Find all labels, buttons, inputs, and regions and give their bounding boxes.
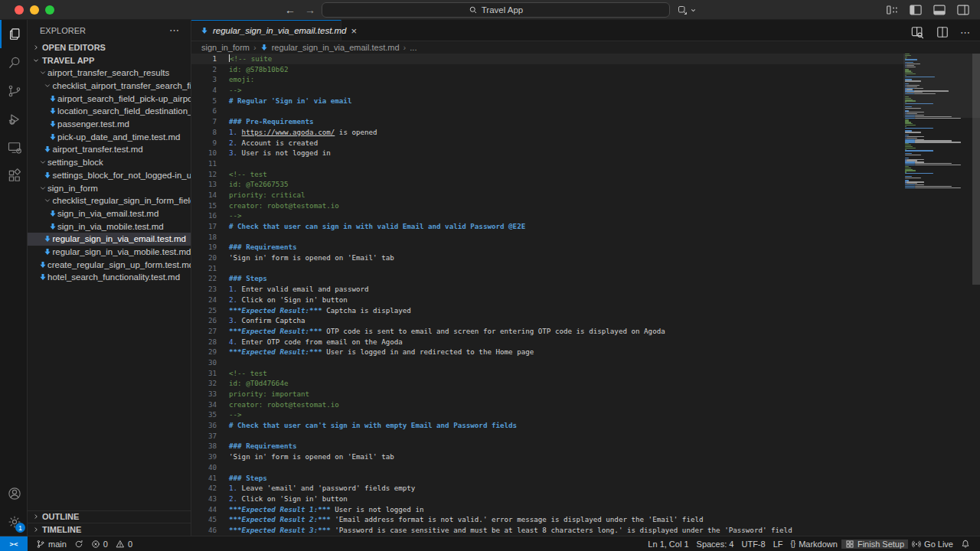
line-content: 'Sign in' form is opened on 'Email' tab xyxy=(229,452,394,462)
activity-accounts[interactable] xyxy=(0,479,28,507)
code-token: --> xyxy=(229,211,242,220)
toggle-primary-sidebar-icon[interactable] xyxy=(908,2,923,18)
breadcrumb: sign_in_form›regular_sign_in_via_email.t… xyxy=(191,41,980,54)
line-number: 1 xyxy=(191,54,217,64)
tree-item[interactable]: passenger.test.md xyxy=(28,118,191,131)
code-line: 14priority: critical xyxy=(191,190,905,201)
tab-regular-sign-in-via-email[interactable]: regular_sign_in_via_email.test.md × xyxy=(191,20,341,41)
status-branch-label: main xyxy=(48,540,67,549)
status-indentation[interactable]: Spaces: 4 xyxy=(693,540,738,549)
tree-item[interactable]: checklist_airport_transfer_search_fie... xyxy=(28,80,191,93)
toggle-secondary-sidebar-icon[interactable] xyxy=(956,2,971,18)
activity-run-debug[interactable] xyxy=(0,105,28,133)
minimize-window-button[interactable] xyxy=(30,5,39,15)
minimap-token xyxy=(905,132,921,132)
source-control-icon xyxy=(7,83,22,99)
activity-remote-explorer[interactable] xyxy=(0,133,28,161)
breadcrumb-item[interactable]: regular_sign_in_via_email.test.md xyxy=(272,43,400,52)
settings-badge: 1 xyxy=(15,523,25,533)
more-actions-icon[interactable]: ⋯ xyxy=(960,25,971,39)
tree-item[interactable]: checklist_regular_sign_in_form_field... xyxy=(28,194,191,207)
status-language-mode[interactable]: {}Markdown xyxy=(786,540,841,549)
tree-item[interactable]: create_regular_sign_up_form.test.md xyxy=(28,258,191,271)
markdown-file-icon xyxy=(43,145,53,153)
nav-forward-icon[interactable]: → xyxy=(305,4,315,16)
tree-item[interactable]: airport_transfer_search_results xyxy=(28,67,191,80)
tree-item[interactable]: sign_in_form xyxy=(28,181,191,194)
open-editors-section[interactable]: OPEN EDITORS xyxy=(28,41,191,54)
workspace-root-section[interactable]: TRAVEL APP xyxy=(28,54,191,67)
minimap-token xyxy=(915,187,961,188)
status-go-live[interactable]: Go Live xyxy=(908,540,957,549)
breadcrumb-item[interactable]: sign_in_form xyxy=(201,43,250,52)
line-content: 2. Account is created xyxy=(229,138,318,148)
copilot-menu[interactable] xyxy=(677,0,697,20)
grid-icon xyxy=(845,540,854,549)
command-center[interactable]: Travel App xyxy=(322,2,670,18)
minimap[interactable] xyxy=(905,54,972,536)
status-finish-setup[interactable]: Finish Setup xyxy=(841,540,908,549)
tree-item[interactable]: location_search_field_destination_l... xyxy=(28,105,191,118)
line-content: ### Steps xyxy=(229,473,267,484)
line-number: 2 xyxy=(191,64,217,75)
activity-settings[interactable]: 1 xyxy=(0,507,28,536)
minimap-slider[interactable] xyxy=(903,54,980,118)
close-tab-icon[interactable]: × xyxy=(351,26,358,36)
tree-item[interactable]: hotel_search_functionality.test.md xyxy=(28,271,191,284)
tree-item[interactable]: airport_transfer.test.md xyxy=(28,143,191,156)
tree-item-label: checklist_regular_sign_in_form_field... xyxy=(53,196,191,205)
tree-item[interactable]: regular_sign_in_via_email.test.md xyxy=(28,233,191,246)
code-token: 'Sign in' form is opened on 'Email' tab xyxy=(229,253,394,262)
breadcrumb-separator: › xyxy=(253,43,256,52)
status-branch[interactable]: main xyxy=(32,540,70,549)
tree-item[interactable]: pick-up_date_and_time.test.md xyxy=(28,130,191,143)
code-token: Captcha is displayed xyxy=(322,306,411,315)
nav-back-icon[interactable]: ← xyxy=(285,4,296,16)
tree-item[interactable]: airport_search_field_pick-up_airpor... xyxy=(28,92,191,105)
open-preview-icon[interactable] xyxy=(910,24,925,40)
code-token: creator: robot@testomat.io xyxy=(229,201,339,210)
tree-item[interactable]: sign_in_via_email.test.md xyxy=(28,207,191,220)
tree-item[interactable]: settings_block_for_not_logged-in_us... xyxy=(28,169,191,182)
traffic-lights xyxy=(15,5,54,15)
code-line: 27***Expected Result:*** OTP code is sen… xyxy=(191,326,905,337)
tree-item-label: checklist_airport_transfer_search_fie... xyxy=(53,81,191,90)
status-errors[interactable]: 0 xyxy=(87,540,112,549)
status-warnings[interactable]: 0 xyxy=(112,540,136,549)
tree-item[interactable]: sign_in_via_mobile.test.md xyxy=(28,220,191,233)
split-editor-icon[interactable] xyxy=(935,24,950,40)
zoom-window-button[interactable] xyxy=(45,5,54,15)
tree-item-label: airport_transfer_search_results xyxy=(47,68,169,77)
close-window-button[interactable] xyxy=(15,5,24,15)
line-number: 5 xyxy=(191,96,217,106)
tree-item[interactable]: regular_sign_in_via_mobile.test.md xyxy=(28,246,191,259)
outline-section[interactable]: OUTLINE xyxy=(28,510,191,523)
status-notifications[interactable] xyxy=(957,540,974,549)
activity-search[interactable] xyxy=(0,48,28,77)
vertical-scrollbar[interactable] xyxy=(972,54,980,285)
activity-source-control[interactable] xyxy=(0,77,28,105)
status-encoding[interactable]: UTF-8 xyxy=(737,540,769,549)
timeline-section[interactable]: TIMELINE xyxy=(28,523,191,536)
remote-indicator[interactable]: >< xyxy=(0,536,28,551)
chevron-down-icon xyxy=(43,82,53,90)
customize-layout-icon[interactable] xyxy=(884,2,900,18)
tree-item-label: settings_block_for_not_logged-in_us... xyxy=(53,171,191,180)
line-content: ### Requirements xyxy=(229,441,297,452)
explorer-more-actions-icon[interactable]: ⋯ xyxy=(169,24,180,36)
tab-label: regular_sign_in_via_email.test.md xyxy=(213,26,347,35)
code-editor[interactable]: 1<!-- suite2id: @S78b10b623emoji:4-->5# … xyxy=(191,54,905,536)
breadcrumb-item[interactable]: ... xyxy=(410,43,416,52)
tree-item[interactable]: settings_block xyxy=(28,156,191,169)
line-number: 38 xyxy=(191,441,217,452)
status-sync[interactable] xyxy=(70,540,87,549)
activity-explorer[interactable] xyxy=(0,20,28,48)
activity-extensions[interactable] xyxy=(0,161,28,190)
status-cursor-position[interactable]: Ln 1, Col 1 xyxy=(644,540,692,549)
code-token: Confirm Captcha xyxy=(242,316,305,324)
line-number: 44 xyxy=(191,504,217,515)
toggle-panel-icon[interactable] xyxy=(932,2,947,18)
code-line: 41### Steps xyxy=(191,473,905,484)
status-eol[interactable]: LF xyxy=(769,540,787,549)
minimap-token xyxy=(905,170,916,171)
